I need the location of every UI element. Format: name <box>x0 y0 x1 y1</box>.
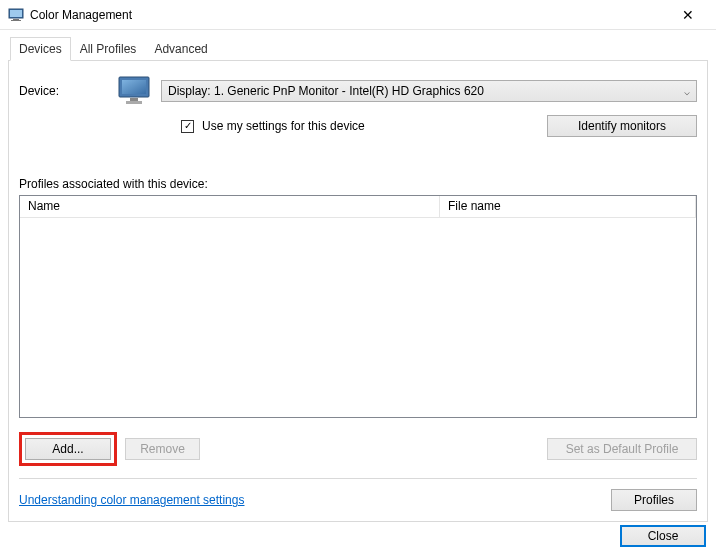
tab-advanced[interactable]: Advanced <box>145 37 216 61</box>
tab-all-profiles[interactable]: All Profiles <box>71 37 146 61</box>
title-bar: Color Management ✕ <box>0 0 716 30</box>
highlight-frame: Add... <box>19 432 117 466</box>
chevron-down-icon: ⌵ <box>684 86 690 97</box>
svg-rect-1 <box>10 10 22 17</box>
device-label: Device: <box>19 84 109 98</box>
remove-button: Remove <box>125 438 200 460</box>
tab-strip: Devices All Profiles Advanced <box>8 36 708 61</box>
set-default-profile-button: Set as Default Profile <box>547 438 697 460</box>
list-header: Name File name <box>20 196 696 218</box>
svg-rect-6 <box>130 98 138 101</box>
column-name[interactable]: Name <box>20 196 440 217</box>
identify-monitors-button[interactable]: Identify monitors <box>547 115 697 137</box>
profiles-label: Profiles associated with this device: <box>19 177 697 191</box>
svg-rect-5 <box>122 80 146 94</box>
device-selected: Display: 1. Generic PnP Monitor - Intel(… <box>168 84 484 98</box>
window-title: Color Management <box>30 8 668 22</box>
use-settings-checkbox[interactable]: ✓ <box>181 120 194 133</box>
add-button[interactable]: Add... <box>25 438 111 460</box>
devices-panel: Device: Display: 1. Generic PnP Monitor … <box>8 61 708 522</box>
column-file[interactable]: File name <box>440 196 696 217</box>
profiles-listview[interactable]: Name File name <box>19 195 697 418</box>
divider <box>19 478 697 479</box>
help-link[interactable]: Understanding color management settings <box>19 493 244 507</box>
use-settings-label: Use my settings for this device <box>202 119 365 133</box>
svg-rect-3 <box>11 20 21 21</box>
svg-rect-2 <box>13 19 19 20</box>
svg-rect-7 <box>126 101 142 104</box>
profiles-button[interactable]: Profiles <box>611 489 697 511</box>
close-icon[interactable]: ✕ <box>668 7 708 23</box>
tab-devices[interactable]: Devices <box>10 37 71 61</box>
app-icon <box>8 7 24 23</box>
device-dropdown[interactable]: Display: 1. Generic PnP Monitor - Intel(… <box>161 80 697 102</box>
monitor-icon <box>117 75 153 107</box>
close-button[interactable]: Close <box>620 525 706 547</box>
